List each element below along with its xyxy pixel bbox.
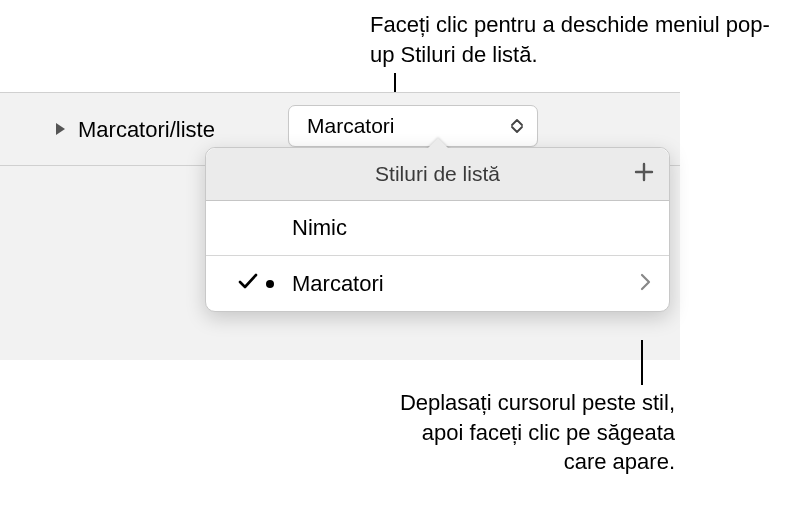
list-style-label: Nimic bbox=[238, 215, 651, 241]
disclosure-triangle-icon[interactable] bbox=[55, 122, 66, 139]
dropdown-selected-value: Marcatori bbox=[307, 114, 395, 138]
callout-leader-line-bottom bbox=[641, 340, 643, 385]
updown-chevron-icon bbox=[511, 119, 523, 133]
list-style-item-none[interactable]: Nimic bbox=[206, 201, 669, 256]
bullet-icon bbox=[262, 280, 288, 288]
add-style-button[interactable] bbox=[633, 161, 655, 187]
section-label-bullets-lists: Marcatori/liste bbox=[78, 117, 215, 143]
callout-top-text: Faceți clic pentru a deschide meniul pop… bbox=[370, 10, 770, 69]
checkmark-icon bbox=[238, 272, 262, 295]
callout-bottom-text: Deplasați cursorul peste stil, apoi face… bbox=[395, 388, 675, 477]
list-style-dropdown[interactable]: Marcatori bbox=[288, 105, 538, 147]
list-style-label: Marcatori bbox=[288, 271, 640, 297]
list-style-item-bullets[interactable]: Marcatori bbox=[206, 256, 669, 311]
list-styles-popover: Stiluri de listă Nimic Marcatori bbox=[205, 147, 670, 312]
inspector-panel: Marcatori/liste Marcatori Stiluri de lis… bbox=[0, 92, 680, 360]
popover-title: Stiluri de listă bbox=[375, 162, 500, 186]
popover-header: Stiluri de listă bbox=[206, 148, 669, 201]
chevron-right-icon[interactable] bbox=[640, 273, 651, 295]
